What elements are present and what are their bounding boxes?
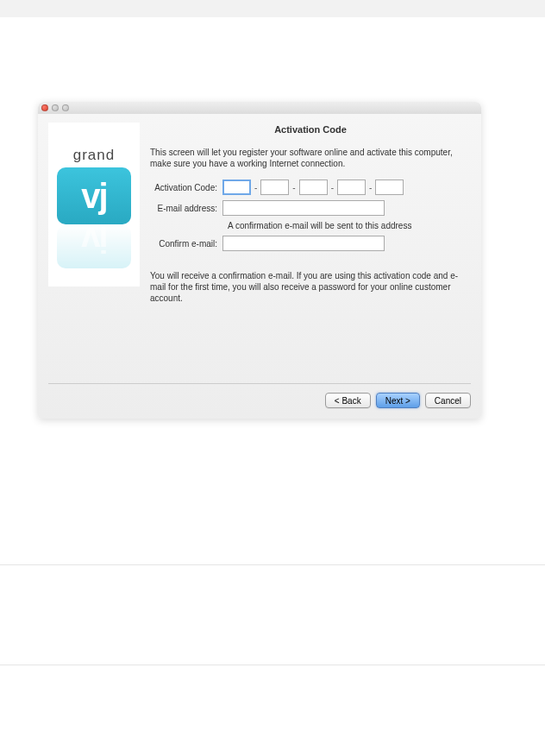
note-text: You will receive a confirmation e-mail. … xyxy=(150,270,471,304)
minimize-icon[interactable] xyxy=(52,104,59,111)
email-hint: A confirmation e-mail will be sent to th… xyxy=(150,221,471,230)
next-button[interactable]: Next > xyxy=(376,393,420,408)
button-row: < Back Next > Cancel xyxy=(48,384,471,408)
activation-code-label: Activation Code: xyxy=(150,183,222,192)
logo-panel: grand vj vj xyxy=(48,123,140,287)
dash-icon: - xyxy=(292,183,295,192)
window-title-bar xyxy=(38,102,481,114)
activation-window: grand vj vj Activation Code This screen … xyxy=(38,102,481,419)
activation-code-3[interactable] xyxy=(299,180,328,195)
zoom-icon[interactable] xyxy=(62,104,69,111)
dash-icon: - xyxy=(254,183,257,192)
close-icon[interactable] xyxy=(41,104,48,111)
cancel-button[interactable]: Cancel xyxy=(425,393,471,408)
window-body: grand vj vj Activation Code This screen … xyxy=(38,114,481,419)
form-area: Activation Code This screen will let you… xyxy=(150,123,471,373)
confirm-email-label: Confirm e-mail: xyxy=(150,239,222,249)
dash-icon: - xyxy=(331,183,334,192)
page-top-bar xyxy=(0,0,545,17)
dash-icon: - xyxy=(369,183,372,192)
activation-code-4[interactable] xyxy=(337,180,366,195)
page-divider xyxy=(0,564,545,565)
logo-text-top: grand xyxy=(73,147,115,164)
activation-code-5[interactable] xyxy=(375,180,404,195)
activation-code-row: Activation Code: - - - - xyxy=(150,180,471,195)
activation-code-1[interactable] xyxy=(222,180,251,195)
dialog-title: Activation Code xyxy=(150,124,471,135)
logo-box: vj xyxy=(57,167,131,224)
intro-text: This screen will let you register your s… xyxy=(150,147,471,169)
logo-text-main: vj xyxy=(81,177,106,216)
email-row: E-mail address: xyxy=(150,200,471,216)
email-label: E-mail address: xyxy=(150,204,222,213)
back-button[interactable]: < Back xyxy=(325,393,371,408)
confirm-email-field[interactable] xyxy=(222,236,385,251)
activation-code-2[interactable] xyxy=(260,180,289,195)
logo-reflection: vj xyxy=(57,225,131,268)
content-area: grand vj vj Activation Code This screen … xyxy=(48,123,471,373)
email-field[interactable] xyxy=(222,200,385,216)
activation-code-group: - - - - xyxy=(222,180,404,195)
page-divider xyxy=(0,665,545,665)
confirm-email-row: Confirm e-mail: xyxy=(150,236,471,251)
